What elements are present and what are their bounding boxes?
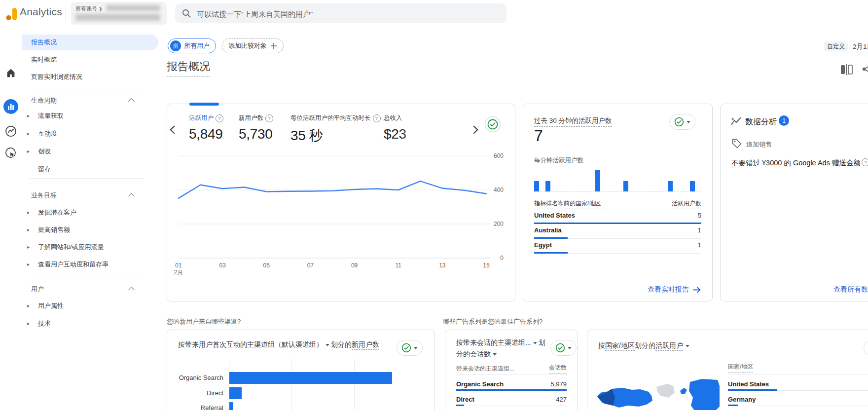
country-value: 5 — [698, 212, 701, 219]
reports-icon[interactable] — [0, 97, 22, 116]
metric-label: 新用户数 — [239, 114, 263, 122]
plus-icon — [270, 42, 277, 49]
check-circle-icon — [555, 343, 565, 353]
sidebar-item-label: 提高销售额 — [38, 226, 70, 233]
view-realtime-link[interactable]: 查看实时报告 — [648, 285, 701, 294]
sessions-quality-dropdown[interactable] — [550, 340, 577, 356]
svg-text:0: 0 — [500, 255, 504, 261]
sidebar-item-流量获取[interactable]: ▸流量获取 — [22, 108, 165, 124]
title-mid: 划分的 — [635, 341, 655, 349]
sidebar-item-创收[interactable]: ▸创收 — [22, 144, 165, 159]
map-country-bar — [728, 389, 777, 391]
metric-value: 35 秒 — [290, 126, 323, 145]
toolbar-divider — [164, 55, 868, 55]
metric-tab-2[interactable]: 新用户数? — [239, 114, 273, 122]
per-minute-label: 每分钟活跃用户数 — [534, 156, 583, 165]
search-input[interactable] — [196, 3, 494, 24]
ga-dashboard: Analytics 所有账号 ❯ — [0, 0, 868, 410]
new-users-bar-chart: Organic SearchDirectReferral — [167, 357, 434, 410]
sidebar-item-互动度[interactable]: ▸互动度 — [22, 126, 165, 142]
audience-chip-all-users[interactable]: 所 所有用户 — [168, 38, 216, 53]
svg-text:11: 11 — [395, 262, 401, 269]
help-icon[interactable]: ? — [265, 114, 273, 122]
metrics-next-button[interactable] — [470, 126, 478, 134]
sidebar-item-用户属性[interactable]: ▸用户属性 — [22, 298, 165, 314]
insights-tag-label: 追加销售 — [746, 140, 772, 149]
sidebar-item-label: 留存 — [38, 165, 51, 173]
view-all-insights-link[interactable]: 查看所有数 — [833, 285, 868, 294]
audience-avatar: 所 — [170, 40, 181, 51]
channel-label: Organic Search — [174, 372, 223, 384]
sidebar-item-3[interactable]: 页面实时浏览情况 — [22, 69, 158, 85]
sidebar-section-title[interactable]: 用户 — [22, 281, 158, 297]
sidebar-item-留存[interactable]: 留存 — [22, 161, 165, 177]
help-icon[interactable]: ? — [862, 158, 868, 166]
chevron-up-icon — [128, 193, 135, 199]
gridline — [417, 359, 417, 410]
sidebar-section-title[interactable]: 生命周期 — [22, 93, 158, 109]
data-quality-check-icon[interactable] — [484, 116, 501, 133]
sidebar-section-title[interactable]: 业务目标 — [22, 187, 158, 203]
explore-icon[interactable] — [0, 121, 22, 141]
add-comparison-chip[interactable]: 添加比较对象 — [222, 38, 284, 53]
sidebar-item-查看用户互动度和留存率[interactable]: ▸查看用户互动度和留存率 — [22, 257, 165, 272]
property-name-redacted — [75, 14, 160, 21]
channels-card-title[interactable]: 按带来用户首次互动的主渠道组（默认渠道组）划分的新用户数 — [178, 339, 390, 350]
help-icon[interactable]: ? — [373, 114, 381, 122]
expand-arrow-icon: ▸ — [27, 316, 30, 332]
minute-bar — [623, 181, 628, 191]
realtime-country-header: 指标排名靠前的国家/地区 — [534, 199, 601, 209]
search-bar — [175, 3, 506, 23]
account-switcher[interactable]: 所有账号 ❯ — [71, 2, 167, 25]
metrics-prev-button[interactable] — [170, 126, 179, 134]
map-card-title[interactable]: 按国家/地区划分的活跃用户 — [598, 340, 689, 351]
sidebar-item-提高销售额[interactable]: ▸提高销售额 — [22, 222, 165, 238]
session-channel-name: Organic Search — [456, 380, 504, 388]
svg-text:07: 07 — [307, 262, 314, 269]
sidebar-item-发掘潜在客户[interactable]: ▸发掘潜在客户 — [22, 205, 165, 221]
share-icon[interactable] — [862, 63, 868, 75]
metric-label: 活跃用户 — [189, 114, 214, 122]
gridline — [354, 359, 355, 410]
expand-arrow-icon: ▸ — [27, 205, 30, 221]
date-range-picker[interactable]: 2月1日 - 2025 — [853, 42, 868, 51]
minute-bar — [545, 181, 550, 191]
sidebar-item-1[interactable]: 报告概况 — [22, 35, 158, 50]
map-quality-dropdown[interactable] — [864, 340, 868, 356]
sidebar-item-2[interactable]: 实时概览 — [22, 52, 158, 68]
advertising-icon[interactable] — [0, 143, 22, 163]
sidebar-section-divider — [30, 88, 144, 88]
metric-tab-3[interactable]: 每位活跃用户的平均互动时长? — [290, 114, 381, 122]
insights-message[interactable]: 不要错过 ¥3000 的 Google Ads 赠送金额 — [731, 158, 861, 168]
channels-quality-dropdown[interactable] — [397, 340, 423, 356]
sessions-table: Organic Search5,979Direct427 — [456, 377, 567, 410]
svg-text:2月: 2月 — [174, 269, 183, 276]
overview-metrics-card: 活跃用户?5,849新用户数?5,730每位活跃用户的平均互动时长?35 秒总收… — [167, 104, 515, 301]
sidebar-item-label: 技术 — [38, 320, 51, 327]
expand-arrow-icon: ▸ — [27, 298, 30, 314]
country-value: 1 — [698, 241, 701, 249]
country-name: United States — [534, 212, 575, 219]
sidebar-item-技术[interactable]: ▸技术 — [22, 316, 165, 332]
svg-text:03: 03 — [219, 262, 226, 269]
minute-bar — [534, 181, 539, 191]
map-country-table: United StatesGermany — [728, 377, 868, 410]
comparison-panel-icon[interactable] — [839, 64, 853, 75]
analytics-logo-icon — [5, 7, 19, 21]
chevron-down-icon — [568, 347, 572, 349]
sessions-card-title[interactable]: 按带来会话的主渠道组...划分的会话数 — [456, 337, 550, 360]
realtime-value: 7 — [534, 127, 543, 145]
check-circle-icon — [401, 343, 411, 353]
chevron-down-icon — [326, 344, 329, 346]
expand-arrow-icon: ▸ — [27, 222, 30, 238]
help-icon[interactable]: ? — [216, 114, 223, 122]
metric-value: 5,730 — [239, 126, 273, 142]
home-icon[interactable] — [0, 63, 22, 83]
report-nav-sidebar: 报告概况实时概览页面实时浏览情况生命周期▸流量获取▸互动度▸创收留存业务目标▸发… — [22, 28, 164, 410]
expand-arrow-icon: ▸ — [27, 108, 30, 124]
metric-tab-1[interactable]: 活跃用户? — [189, 114, 223, 122]
sidebar-item-了解网站和/或应用流量[interactable]: ▸了解网站和/或应用流量 — [22, 239, 165, 255]
realtime-quality-dropdown[interactable] — [669, 114, 695, 130]
svg-text:09: 09 — [351, 262, 358, 269]
expand-arrow-icon: ▸ — [27, 239, 30, 255]
